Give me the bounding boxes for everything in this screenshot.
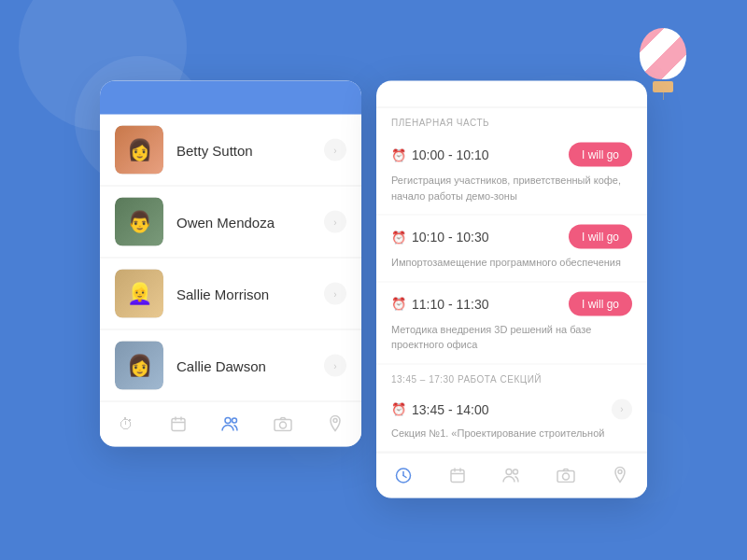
prog-nav-calendar[interactable]: [446, 465, 469, 487]
nav-icon-camera[interactable]: [272, 413, 294, 436]
program-item-description: Регистрация участников, приветственный к…: [391, 173, 632, 203]
speakers-header: [100, 81, 361, 115]
prog-nav-clock[interactable]: [392, 465, 415, 487]
will-go-button[interactable]: I will go: [569, 143, 632, 167]
will-go-button[interactable]: I will go: [569, 225, 632, 249]
program-item-header: ⏰10:10 - 10:30I will go: [391, 225, 632, 249]
chevron-icon-sallie: ›: [324, 283, 346, 305]
balloon-basket: [653, 81, 673, 92]
program-item-description: Импортозамещение программного обеспечени…: [391, 255, 632, 271]
program-item-description: Секция №1. «Проектирование строительной: [391, 425, 632, 441]
speaker-avatar-betty: 👩: [115, 126, 163, 175]
program-time: ⏰11:10 - 11:30: [391, 296, 489, 311]
program-section-label: 13:45 – 17:30 РАБОТА СЕКЦИЙ: [376, 364, 647, 389]
program-bottom-nav: [376, 453, 647, 498]
clock-icon: ⏰: [391, 402, 406, 416]
chevron-icon-owen: ›: [324, 211, 346, 233]
program-item-header: ⏰10:00 - 10:10I will go: [391, 143, 632, 167]
speaker-item-betty[interactable]: 👩 Betty Sutton ›: [100, 115, 361, 187]
time-text: 10:10 - 10:30: [412, 230, 489, 245]
time-text: 11:10 - 11:30: [412, 296, 489, 311]
speaker-avatar-callie: 👩: [115, 342, 163, 390]
speakers-bottom-nav: ⏱: [100, 401, 361, 447]
speaker-item-owen[interactable]: 👨 Owen Mendoza ›: [100, 187, 361, 259]
balloon-envelope: [640, 28, 686, 79]
nav-icon-calendar[interactable]: [167, 413, 190, 436]
program-item: ⏰10:00 - 10:10I will goРегистрация участ…: [376, 133, 647, 216]
prog-nav-location[interactable]: [609, 465, 631, 487]
nav-icon-clock[interactable]: ⏱: [115, 413, 137, 436]
program-item-header: ⏰13:45 - 14:00›: [391, 399, 632, 419]
time-text: 10:00 - 10:10: [412, 147, 489, 162]
svg-point-8: [333, 419, 337, 423]
speaker-name-betty: Betty Sutton: [176, 142, 324, 158]
svg-point-16: [506, 469, 512, 475]
program-time: ⏰10:10 - 10:30: [391, 230, 489, 245]
panels-container: 👩 Betty Sutton › 👨 Owen Mendoza › 👱‍♀️ S…: [100, 81, 647, 498]
program-content: ПЛЕНАРНАЯ ЧАСТЬ⏰10:00 - 10:10I will goРе…: [376, 108, 647, 453]
program-time: ⏰13:45 - 14:00: [391, 401, 489, 416]
speaker-name-sallie: Sallie Morrison: [176, 286, 324, 301]
svg-point-7: [280, 422, 287, 428]
speaker-item-callie[interactable]: 👩 Callie Dawson ›: [100, 330, 361, 401]
svg-line-11: [403, 476, 406, 478]
speakers-panel: 👩 Betty Sutton › 👨 Owen Mendoza › 👱‍♀️ S…: [100, 81, 361, 447]
time-text: 13:45 - 14:00: [412, 401, 489, 416]
program-item: ⏰10:10 - 10:30I will goИмпортозамещение …: [376, 216, 647, 283]
prog-nav-camera[interactable]: [555, 465, 577, 487]
program-item: ⏰11:10 - 11:30I will goМетодика внедрени…: [376, 282, 647, 364]
speaker-name-owen: Owen Mendoza: [176, 214, 324, 230]
program-item-chevron[interactable]: ›: [612, 399, 632, 419]
clock-icon: ⏰: [391, 230, 406, 244]
speaker-avatar-sallie: 👱‍♀️: [115, 270, 163, 318]
nav-icon-location[interactable]: [324, 413, 346, 436]
svg-point-5: [233, 418, 237, 423]
program-item-description: Методика внедрения 3D решений на базе пр…: [391, 321, 632, 352]
speaker-name-callie: Callie Dawson: [176, 357, 324, 373]
will-go-button[interactable]: I will go: [569, 291, 632, 315]
program-item-header: ⏰11:10 - 11:30I will go: [391, 291, 632, 315]
prog-nav-people[interactable]: [500, 465, 523, 487]
program-header: [376, 81, 647, 108]
program-section-label: ПЛЕНАРНАЯ ЧАСТЬ: [376, 108, 647, 133]
program-time: ⏰10:00 - 10:10: [391, 147, 489, 162]
chevron-icon-callie: ›: [324, 355, 346, 377]
chevron-icon-betty: ›: [324, 139, 346, 161]
program-panel: ПЛЕНАРНАЯ ЧАСТЬ⏰10:00 - 10:10I will goРе…: [376, 81, 647, 498]
balloon-string: [663, 92, 664, 100]
nav-icon-people[interactable]: [219, 413, 242, 436]
svg-point-19: [563, 473, 570, 480]
svg-point-17: [514, 469, 518, 474]
svg-rect-0: [172, 419, 185, 431]
svg-point-4: [225, 418, 231, 424]
program-item: ⏰13:45 - 14:00›Секция №1. «Проектировани…: [376, 389, 647, 453]
svg-point-20: [618, 470, 622, 474]
speaker-avatar-owen: 👨: [115, 198, 163, 246]
svg-rect-12: [451, 470, 464, 483]
speaker-item-sallie[interactable]: 👱‍♀️ Sallie Morrison ›: [100, 259, 361, 330]
clock-icon: ⏰: [391, 147, 406, 161]
speakers-list: 👩 Betty Sutton › 👨 Owen Mendoza › 👱‍♀️ S…: [100, 115, 361, 401]
clock-icon: ⏰: [391, 297, 406, 311]
